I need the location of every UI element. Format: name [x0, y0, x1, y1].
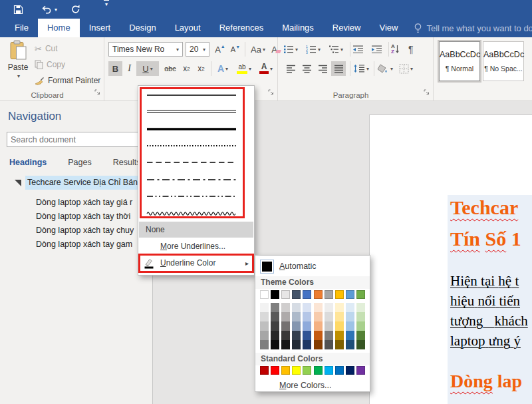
theme-color-variant-swatch[interactable]: [292, 340, 301, 349]
underline-dropdown-icon[interactable]: ▾: [150, 66, 153, 72]
font-size-dropdown-icon[interactable]: ▾: [200, 47, 209, 53]
shading-button[interactable]: ▾: [377, 61, 393, 76]
theme-color-variant-swatch[interactable]: [303, 303, 311, 312]
more-underlines-item[interactable]: More Underlines...: [139, 238, 253, 254]
tab-mailings[interactable]: Mailings: [273, 19, 323, 37]
bold-button[interactable]: B: [108, 61, 122, 76]
theme-color-swatch[interactable]: [260, 290, 269, 299]
theme-color-swatch[interactable]: [281, 290, 290, 299]
bullet-list-button[interactable]: ▾: [283, 42, 298, 57]
tab-file[interactable]: File: [5, 19, 38, 37]
underline-color-item[interactable]: Underline Color ▸: [139, 255, 253, 271]
theme-color-swatch[interactable]: [303, 290, 311, 299]
theme-color-variant-swatch[interactable]: [292, 312, 301, 321]
theme-color-variant-swatch[interactable]: [356, 331, 365, 340]
theme-color-variant-swatch[interactable]: [281, 340, 290, 349]
theme-color-variant-swatch[interactable]: [325, 321, 333, 331]
theme-color-variant-swatch[interactable]: [271, 321, 279, 331]
theme-color-variant-swatch[interactable]: [346, 321, 354, 331]
format-painter-button[interactable]: Format Painter: [35, 73, 100, 88]
theme-color-variant-swatch[interactable]: [335, 331, 344, 340]
paste-button[interactable]: Paste ▾: [4, 40, 32, 91]
document-page[interactable]: TechcarTín Số 1 Hiện tại hệ thiệu nổi ti…: [369, 114, 532, 404]
underline-style-dashed[interactable]: [144, 154, 245, 170]
theme-color-swatch[interactable]: [271, 290, 279, 299]
nav-tree-child-item[interactable]: Dòng laptop xách tay gam: [36, 238, 132, 251]
copy-button[interactable]: Copy: [35, 57, 65, 72]
theme-color-variant-swatch[interactable]: [314, 331, 323, 340]
theme-color-variant-swatch[interactable]: [356, 321, 365, 331]
underline-style-dash-dot[interactable]: [144, 172, 245, 188]
align-center-button[interactable]: [299, 61, 314, 76]
text-effects-button[interactable]: A▾: [213, 61, 232, 76]
tab-home[interactable]: Home: [38, 19, 80, 37]
theme-color-variant-swatch[interactable]: [325, 331, 333, 340]
nav-tab-results[interactable]: Results: [113, 158, 141, 167]
theme-color-variant-swatch[interactable]: [303, 321, 311, 331]
theme-color-variant-swatch[interactable]: [314, 340, 323, 349]
standard-color-swatch[interactable]: [356, 366, 365, 375]
nav-tab-headings[interactable]: Headings: [9, 158, 47, 167]
theme-color-variant-swatch[interactable]: [356, 340, 365, 349]
tab-view[interactable]: View: [370, 19, 407, 37]
customize-quick-access-icon[interactable]: ▾: [101, 0, 112, 19]
underline-none-item[interactable]: None: [139, 222, 253, 238]
save-icon[interactable]: [11, 0, 26, 19]
font-size-combo[interactable]: 20 ▾: [186, 42, 209, 57]
show-paragraph-marks-button[interactable]: ¶: [408, 42, 414, 57]
theme-color-variant-swatch[interactable]: [271, 312, 279, 321]
theme-color-variant-swatch[interactable]: [356, 303, 365, 312]
standard-color-swatch[interactable]: [260, 366, 269, 375]
underline-button[interactable]: U ▾: [136, 61, 159, 76]
standard-color-swatch[interactable]: [314, 366, 323, 375]
increase-indent-button[interactable]: [371, 42, 382, 57]
theme-color-variant-swatch[interactable]: [292, 331, 301, 340]
theme-color-swatch[interactable]: [314, 290, 323, 299]
theme-color-variant-swatch[interactable]: [260, 331, 269, 340]
borders-button[interactable]: ▾: [399, 61, 413, 76]
automatic-color-item[interactable]: Automatic: [255, 258, 370, 275]
theme-color-swatch[interactable]: [356, 290, 365, 299]
undo-dropdown-icon[interactable]: ▾: [55, 7, 57, 13]
theme-color-variant-swatch[interactable]: [281, 303, 290, 312]
multilevel-list-button[interactable]: ▾: [329, 42, 343, 57]
theme-color-variant-swatch[interactable]: [292, 303, 301, 312]
theme-color-variant-swatch[interactable]: [271, 331, 279, 340]
theme-color-variant-swatch[interactable]: [314, 321, 323, 331]
tab-review[interactable]: Review: [323, 19, 370, 37]
standard-color-swatch[interactable]: [325, 366, 333, 375]
theme-color-variant-swatch[interactable]: [314, 312, 323, 321]
grow-font-button[interactable]: A▲: [213, 42, 227, 57]
underline-style-single[interactable]: [144, 87, 245, 103]
sort-button[interactable]: A Z: [391, 42, 400, 57]
theme-color-variant-swatch[interactable]: [346, 312, 354, 321]
theme-color-swatch[interactable]: [346, 290, 354, 299]
tab-design[interactable]: Design: [120, 19, 165, 37]
theme-color-variant-swatch[interactable]: [356, 312, 365, 321]
subscript-button[interactable]: x2: [180, 61, 194, 76]
theme-color-variant-swatch[interactable]: [260, 340, 269, 349]
theme-color-swatch[interactable]: [335, 290, 344, 299]
theme-color-variant-swatch[interactable]: [303, 331, 311, 340]
underline-style-thick[interactable]: [144, 121, 245, 137]
theme-color-variant-swatch[interactable]: [325, 340, 333, 349]
collapse-triangle-icon[interactable]: [15, 180, 21, 186]
tell-me-box[interactable]: Tell me what you want to do...: [414, 19, 532, 37]
standard-color-swatch[interactable]: [292, 366, 301, 375]
change-case-button[interactable]: Aa▾: [248, 42, 268, 57]
tab-references[interactable]: References: [210, 19, 273, 37]
strikethrough-button[interactable]: abc: [162, 61, 179, 76]
tab-layout[interactable]: Layout: [166, 19, 210, 37]
theme-color-variant-swatch[interactable]: [271, 303, 279, 312]
tab-insert[interactable]: Insert: [80, 19, 120, 37]
search-input[interactable]: [7, 132, 148, 147]
theme-color-swatch[interactable]: [292, 290, 301, 299]
nav-tab-pages[interactable]: Pages: [68, 158, 91, 167]
theme-color-variant-swatch[interactable]: [281, 312, 290, 321]
undo-icon[interactable]: ▾: [38, 0, 60, 19]
font-name-dropdown-icon[interactable]: ▾: [173, 47, 182, 53]
standard-color-swatch[interactable]: [271, 366, 279, 375]
standard-color-swatch[interactable]: [346, 366, 354, 375]
paste-dropdown-icon[interactable]: ▾: [17, 73, 20, 79]
standard-color-swatch[interactable]: [281, 366, 290, 375]
